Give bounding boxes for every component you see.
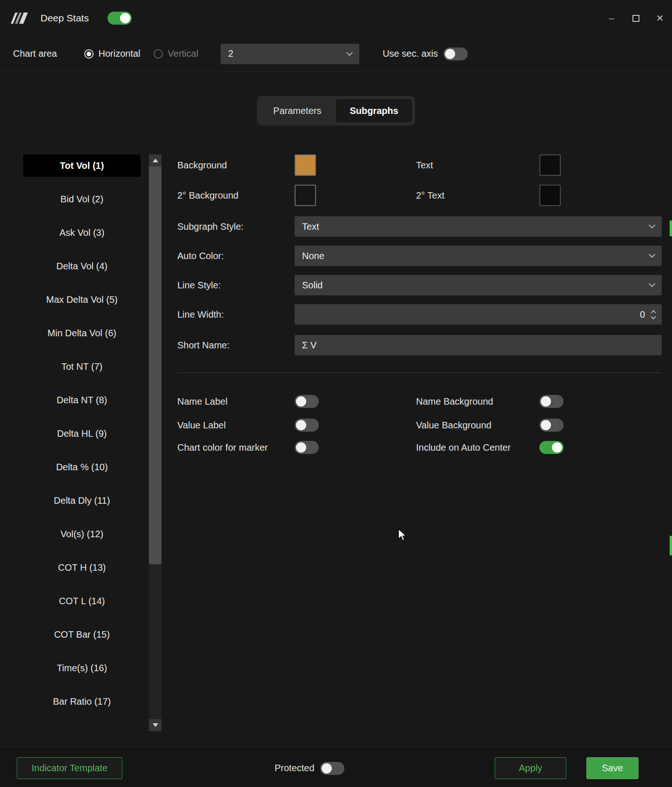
tab-subgraphs[interactable]: Subgraphs — [335, 98, 412, 123]
name-background-toggle[interactable] — [539, 395, 564, 408]
subgraph-item-bid-vol[interactable]: Bid Vol (2) — [23, 188, 141, 210]
name-background-label: Name Background — [416, 396, 539, 407]
subgraph-item-delta-vol[interactable]: Delta Vol (4) — [23, 255, 141, 277]
auto-color-label: Auto Color: — [177, 251, 295, 261]
subgraph-list: Tot Vol (1) Bid Vol (2) Ask Vol (3) Delt… — [23, 154, 141, 724]
sec-axis-group: Use sec. axis — [383, 47, 468, 60]
subgraph-item-vols[interactable]: Vol(s) (12) — [23, 523, 141, 545]
spinner-down-icon[interactable] — [651, 314, 656, 319]
section-divider — [177, 373, 662, 373]
line-style-label: Line Style: — [177, 280, 295, 291]
save-button[interactable]: Save — [586, 757, 638, 779]
line-style-value: Solid — [302, 280, 323, 291]
scrollbar-track[interactable] — [149, 167, 161, 719]
subgraph-style-label: Subgraph Style: — [177, 221, 295, 232]
minimize-button[interactable]: – — [599, 0, 624, 36]
subgraph-item-delta-nt[interactable]: Delta NT (8) — [23, 389, 141, 411]
indicator-template-button[interactable]: Indicator Template — [17, 757, 122, 779]
chevron-down-icon — [649, 280, 655, 287]
arrow-down-icon — [153, 723, 158, 727]
close-icon: ✕ — [656, 13, 664, 24]
name-label-toggle[interactable] — [295, 395, 319, 408]
subgraph-item-cot-bar[interactable]: COT Bar (15) — [23, 623, 141, 646]
scrollbar-thumb[interactable] — [149, 167, 161, 564]
value-background-toggle[interactable] — [539, 419, 564, 432]
include-auto-center-label: Include on Auto Center — [416, 442, 539, 453]
background-label: Background — [177, 160, 295, 171]
maximize-button[interactable] — [624, 0, 648, 36]
minimize-icon: – — [609, 13, 614, 24]
pane-count-select[interactable]: 2 — [221, 44, 359, 64]
chevron-down-icon — [346, 49, 353, 56]
orientation-radio-group: Horizontal Vertical — [84, 48, 199, 59]
tab-parameters[interactable]: Parameters — [259, 98, 335, 123]
deep-stats-window: Deep Stats – ✕ Chart area Horizontal Ver… — [0, 0, 672, 787]
maximize-icon — [632, 15, 639, 22]
subgraph-item-times[interactable]: Time(s) (16) — [23, 657, 141, 679]
line-width-label: Line Width: — [177, 309, 295, 320]
line-style-select[interactable]: Solid — [295, 275, 662, 295]
close-button[interactable]: ✕ — [648, 0, 672, 36]
subgraph-item-cot-h[interactable]: COT H (13) — [23, 556, 141, 579]
subgraph-item-bar-ratio[interactable]: Bar Ratio (17) — [23, 690, 141, 713]
text2-color-swatch[interactable] — [539, 185, 561, 206]
indicator-enabled-toggle[interactable] — [108, 12, 132, 25]
content-area: Parameters Subgraphs Tot Vol (1) Bid Vol… — [0, 72, 672, 749]
subgraph-item-min-delta-vol[interactable]: Min Delta Vol (6) — [23, 322, 141, 344]
chart-area-label: Chart area — [13, 48, 57, 59]
chart-area-toolbar: Chart area Horizontal Vertical 2 Use sec… — [0, 36, 672, 72]
subgraph-item-delta-pct[interactable]: Delta % (10) — [23, 456, 141, 478]
radio-horizontal[interactable]: Horizontal — [84, 48, 141, 59]
radio-vertical[interactable]: Vertical — [154, 48, 199, 59]
subgraph-style-select[interactable]: Text — [295, 216, 662, 237]
subgraph-item-tot-vol[interactable]: Tot Vol (1) — [23, 154, 141, 177]
subgraph-item-ask-vol[interactable]: Ask Vol (3) — [23, 221, 141, 244]
list-scrollbar — [149, 154, 161, 731]
value-label-toggle[interactable] — [295, 419, 319, 432]
protected-label: Protected — [275, 763, 315, 774]
radio-horizontal-icon — [84, 49, 94, 59]
include-auto-center-toggle[interactable] — [539, 441, 564, 454]
chevron-down-icon — [649, 251, 655, 258]
subgraph-settings-form: Background Text 2° Background 2° Text Su… — [177, 154, 662, 454]
background2-label: 2° Background — [177, 190, 295, 201]
short-name-label: Short Name: — [177, 340, 295, 351]
window-title: Deep Stats — [40, 13, 89, 24]
arrow-up-icon — [153, 159, 158, 162]
subgraph-item-tot-nt[interactable]: Tot NT (7) — [23, 355, 141, 378]
scrollbar-up-button[interactable] — [149, 154, 161, 167]
background2-color-swatch[interactable] — [295, 185, 316, 206]
line-width-value: 0 — [640, 309, 645, 320]
apply-button[interactable]: Apply — [495, 757, 566, 779]
line-width-spinner[interactable]: 0 — [295, 304, 662, 325]
name-label-label: Name Label — [177, 396, 295, 407]
chart-color-marker-label: Chart color for marker — [177, 442, 295, 453]
chevron-down-icon — [649, 222, 655, 228]
text-label: Text — [416, 160, 539, 171]
subgraph-item-delta-dly[interactable]: Delta Dly (11) — [23, 489, 141, 512]
sec-axis-label: Use sec. axis — [383, 48, 438, 59]
auto-color-select[interactable]: None — [295, 246, 662, 266]
window-controls: – ✕ — [599, 0, 672, 36]
protected-group: Protected — [275, 749, 344, 787]
text-color-swatch[interactable] — [539, 154, 561, 176]
auto-color-value: None — [302, 251, 324, 261]
subgraph-item-cot-l[interactable]: COT L (14) — [23, 590, 141, 612]
radio-vertical-icon — [154, 49, 163, 59]
scrollbar-down-button[interactable] — [149, 719, 161, 731]
spinner-arrows — [652, 311, 655, 319]
subgraph-item-delta-hl[interactable]: Delta HL (9) — [23, 422, 141, 445]
value-label-label: Value Label — [177, 420, 295, 431]
chart-color-marker-toggle[interactable] — [295, 441, 319, 454]
tab-bar: Parameters Subgraphs — [257, 96, 415, 126]
footer-bar: Indicator Template Protected Apply Save — [0, 749, 672, 787]
text2-label: 2° Text — [416, 190, 539, 201]
subgraph-item-max-delta-vol[interactable]: Max Delta Vol (5) — [23, 288, 141, 311]
sec-axis-toggle[interactable] — [444, 47, 468, 60]
radio-vertical-label: Vertical — [168, 48, 199, 59]
edge-highlight — [670, 536, 672, 555]
protected-toggle[interactable] — [320, 762, 344, 775]
background-color-swatch[interactable] — [295, 154, 316, 176]
short-name-input[interactable] — [295, 335, 662, 355]
edge-highlight — [670, 220, 672, 236]
